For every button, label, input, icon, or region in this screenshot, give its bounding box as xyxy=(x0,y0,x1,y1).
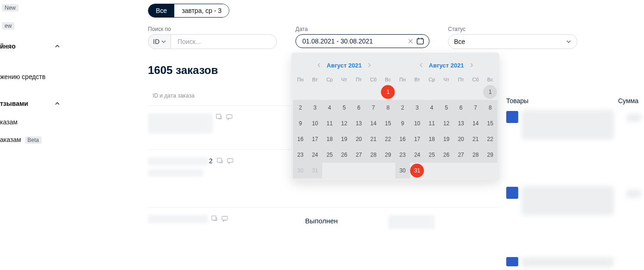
calendar-day[interactable]: 27 xyxy=(454,147,468,163)
calendar-right: Август 2021 ПнВтСрЧтПтСбВс12345678910111… xyxy=(395,57,497,178)
chat-icon[interactable] xyxy=(227,157,234,165)
calendar-day[interactable]: 13 xyxy=(351,116,366,131)
calendar-day[interactable]: 7 xyxy=(468,100,483,116)
calendar-day[interactable]: 5 xyxy=(337,100,352,116)
calendar-day[interactable]: 18 xyxy=(322,131,337,147)
calendar-day[interactable]: 29 xyxy=(483,147,497,163)
calendar-day[interactable]: 1 xyxy=(483,84,497,100)
calendar-day[interactable]: 14 xyxy=(366,116,381,131)
calendar-day[interactable]: 6 xyxy=(351,100,366,116)
status-dropdown[interactable]: Все xyxy=(448,34,577,49)
calendar-day[interactable]: 25 xyxy=(424,147,439,163)
calendar-day[interactable]: 15 xyxy=(483,116,497,131)
calendar-day[interactable]: 1 xyxy=(380,84,395,100)
product-thumb[interactable] xyxy=(506,187,518,199)
calendar-day[interactable]: 31 xyxy=(410,163,425,178)
calendar-day[interactable]: 8 xyxy=(380,100,395,116)
calendar-day[interactable]: 4 xyxy=(322,100,337,116)
calendar-icon[interactable] xyxy=(416,37,424,45)
calendar-day[interactable]: 16 xyxy=(395,131,410,147)
sidebar-item-4[interactable]: жению средств xyxy=(0,67,65,84)
chat-icon[interactable] xyxy=(226,113,233,121)
calendar-day xyxy=(395,84,410,100)
calendar-day[interactable]: 11 xyxy=(424,116,439,131)
calendar-day[interactable]: 27 xyxy=(351,147,366,163)
expand-icon[interactable] xyxy=(211,215,218,222)
sidebar-item-5[interactable]: тзывами xyxy=(0,95,65,112)
calendar-day[interactable]: 8 xyxy=(483,100,497,116)
calendar-day xyxy=(322,163,337,178)
calendar-day[interactable]: 2 xyxy=(293,100,308,116)
calendar-day[interactable]: 6 xyxy=(454,100,468,116)
clear-date-icon[interactable] xyxy=(405,38,416,44)
calendar-day[interactable]: 13 xyxy=(454,116,468,131)
calendar-day[interactable]: 24 xyxy=(308,147,323,163)
date-range-input[interactable]: 01.08.2021 - 30.08.2021 xyxy=(295,34,429,48)
calendar-day[interactable]: 30 xyxy=(293,163,308,178)
product-thumb[interactable] xyxy=(506,111,518,123)
calendar-day[interactable]: 16 xyxy=(293,131,308,147)
product-thumb[interactable] xyxy=(506,257,518,266)
sidebar-item-7[interactable]: аказам Beta xyxy=(0,129,65,147)
prev-month-icon[interactable] xyxy=(314,60,324,70)
calendar-day[interactable]: 3 xyxy=(410,100,425,116)
calendar-day[interactable]: 17 xyxy=(410,131,425,147)
calendar-day[interactable]: 21 xyxy=(468,131,483,147)
calendar-dow: Пт xyxy=(454,75,468,84)
calendar-day[interactable]: 19 xyxy=(439,131,454,147)
calendar-day[interactable]: 7 xyxy=(366,100,381,116)
calendar-day[interactable]: 29 xyxy=(380,147,395,163)
calendar-title-right[interactable]: Август 2021 xyxy=(429,62,464,69)
calendar-day[interactable]: 12 xyxy=(439,116,454,131)
calendar-day[interactable]: 28 xyxy=(366,147,381,163)
expand-icon[interactable] xyxy=(215,113,223,121)
calendar-day[interactable]: 9 xyxy=(293,116,308,131)
calendar-day[interactable]: 4 xyxy=(424,100,439,116)
next-month-icon[interactable] xyxy=(364,60,374,70)
calendar-day[interactable]: 3 xyxy=(308,100,323,116)
sidebar-item-0[interactable]: New xyxy=(0,0,65,15)
calendar-day[interactable]: 25 xyxy=(322,147,337,163)
calendar-day[interactable]: 15 xyxy=(380,116,395,131)
search-type-dropdown[interactable]: ID xyxy=(148,34,171,49)
sidebar-item-6[interactable]: казам xyxy=(0,112,65,129)
calendar-day[interactable]: 22 xyxy=(380,131,395,147)
calendar-day[interactable]: 12 xyxy=(337,116,352,131)
calendar-dow: Вт xyxy=(410,75,425,84)
calendar-title-left[interactable]: Август 2021 xyxy=(327,62,362,69)
calendar-day[interactable]: 9 xyxy=(395,116,410,131)
calendar-day[interactable]: 10 xyxy=(308,116,323,131)
next-month-icon[interactable] xyxy=(466,60,477,70)
calendar-day[interactable]: 28 xyxy=(468,147,483,163)
calendar-day[interactable]: 18 xyxy=(424,131,439,147)
calendar-day[interactable]: 17 xyxy=(308,131,323,147)
calendar-day xyxy=(468,163,483,178)
calendar-day[interactable]: 31 xyxy=(308,163,323,178)
chip-all[interactable]: Все xyxy=(148,4,174,17)
sidebar-item-2[interactable]: йняо xyxy=(0,38,65,55)
calendar-day[interactable]: 10 xyxy=(410,116,425,131)
expand-icon[interactable] xyxy=(216,157,224,165)
calendar-day[interactable]: 22 xyxy=(483,131,497,147)
calendar-day[interactable]: 26 xyxy=(439,147,454,163)
search-input[interactable] xyxy=(171,34,277,49)
sidebar-item-1[interactable]: ew xyxy=(0,18,65,33)
sidebar-item-3[interactable] xyxy=(0,55,65,67)
calendar-day[interactable]: 5 xyxy=(439,100,454,116)
calendar-day[interactable]: 20 xyxy=(351,131,366,147)
calendar-day[interactable]: 23 xyxy=(395,147,410,163)
calendar-day[interactable]: 30 xyxy=(395,163,410,178)
calendar-day[interactable]: 20 xyxy=(454,131,468,147)
calendar-day[interactable]: 24 xyxy=(410,147,425,163)
calendar-day[interactable]: 21 xyxy=(366,131,381,147)
prev-month-icon[interactable] xyxy=(416,60,426,70)
calendar-day[interactable]: 11 xyxy=(322,116,337,131)
calendar-day[interactable]: 14 xyxy=(468,116,483,131)
calendar-day[interactable]: 2 xyxy=(395,100,410,116)
calendar-day[interactable]: 19 xyxy=(337,131,352,147)
chip-tomorrow[interactable]: завтра, ср - 3 xyxy=(174,4,229,17)
order-id-blur xyxy=(148,215,208,223)
calendar-day[interactable]: 26 xyxy=(337,147,352,163)
chat-icon[interactable] xyxy=(221,215,228,222)
calendar-day[interactable]: 23 xyxy=(293,147,308,163)
